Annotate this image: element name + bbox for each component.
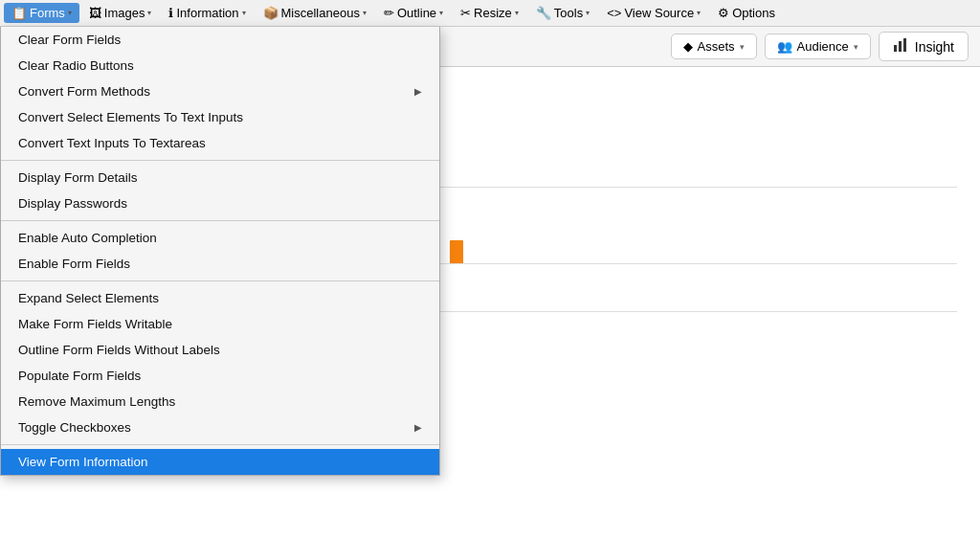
tools-icon: 🔧 (536, 6, 551, 20)
menu-item-options[interactable]: ⚙ Options (710, 3, 783, 23)
submenu-arrow-icon: ▶ (414, 422, 422, 433)
forms-dropdown-menu: Clear Form FieldsClear Radio ButtonsConv… (0, 27, 440, 476)
svg-rect-1 (899, 41, 902, 52)
dropdown-item-populate-form-fields[interactable]: Populate Form Fields (1, 363, 439, 389)
images-icon: 🖼 (89, 6, 101, 20)
orange-bar (450, 240, 463, 263)
dropdown-item-label: Outline Form Fields Without Labels (18, 343, 220, 357)
dropdown-item-convert-form-methods[interactable]: Convert Form Methods▶ (1, 78, 439, 104)
dropdown-item-remove-maximum-lengths[interactable]: Remove Maximum Lengths (1, 389, 439, 414)
svg-rect-0 (894, 45, 897, 52)
dropdown-item-enable-auto-completion[interactable]: Enable Auto Completion (1, 225, 439, 251)
dropdown-item-label: Convert Select Elements To Text Inputs (18, 110, 243, 124)
audience-icon: 👥 (777, 39, 792, 54)
dropdown-item-clear-radio-buttons[interactable]: Clear Radio Buttons (1, 53, 439, 78)
outline-icon: ✏ (384, 6, 394, 20)
misc-dropdown-arrow: ▾ (363, 9, 367, 17)
dropdown-item-label: Convert Form Methods (18, 84, 150, 99)
menu-bar: 📋 Forms ▾ 🖼 Images ▾ ℹ Information ▾ 📦 M… (0, 0, 980, 27)
dropdown-item-convert-text-to-textarea[interactable]: Convert Text Inputs To Textareas (1, 130, 439, 156)
menu-item-images[interactable]: 🖼 Images ▾ (81, 3, 160, 23)
resize-dropdown-arrow: ▾ (515, 9, 519, 17)
dropdown-item-label: Enable Form Fields (18, 257, 130, 271)
menu-item-view-source[interactable]: <> View Source ▾ (599, 3, 708, 23)
info-icon: ℹ (168, 6, 173, 20)
insight-chart-icon (893, 37, 910, 56)
assets-icon: ◆ (683, 39, 693, 54)
menu-item-miscellaneous[interactable]: 📦 Miscellaneous ▾ (256, 3, 374, 23)
dropdown-item-label: Clear Radio Buttons (18, 58, 134, 73)
dropdown-item-label: Toggle Checkboxes (18, 420, 131, 435)
assets-button[interactable]: ◆ Assets ▾ (671, 34, 757, 59)
dropdown-item-label: View Form Information (18, 455, 148, 469)
audience-button[interactable]: 👥 Audience ▾ (765, 34, 871, 59)
menu-item-information[interactable]: ℹ Information ▾ (161, 3, 253, 23)
dropdown-item-view-form-information[interactable]: View Form Information (1, 449, 439, 475)
dropdown-item-enable-form-fields[interactable]: Enable Form Fields (1, 251, 439, 277)
dropdown-item-expand-select-elements[interactable]: Expand Select Elements (1, 285, 439, 311)
dropdown-item-label: Remove Maximum Lengths (18, 394, 175, 409)
forms-dropdown-arrow: ▾ (68, 9, 72, 17)
dropdown-item-toggle-checkboxes[interactable]: Toggle Checkboxes▶ (1, 414, 439, 440)
dropdown-separator (1, 280, 439, 281)
dropdown-item-convert-select-to-text[interactable]: Convert Select Elements To Text Inputs (1, 104, 439, 130)
images-dropdown-arrow: ▾ (147, 9, 151, 17)
forms-icon: 📋 (11, 6, 27, 20)
dropdown-item-label: Enable Auto Completion (18, 231, 157, 245)
outline-dropdown-arrow: ▾ (439, 9, 443, 17)
dropdown-item-clear-form-fields[interactable]: Clear Form Fields (1, 27, 439, 53)
audience-dropdown-arrow: ▾ (854, 42, 858, 52)
dropdown-item-display-passwords[interactable]: Display Passwords (1, 190, 439, 216)
dropdown-item-outline-form-fields[interactable]: Outline Form Fields Without Labels (1, 337, 439, 363)
dropdown-separator (1, 160, 439, 161)
info-dropdown-arrow: ▾ (242, 9, 246, 17)
svg-rect-2 (903, 38, 906, 52)
dropdown-item-label: Display Form Details (18, 170, 138, 185)
view-source-dropdown-arrow: ▾ (697, 9, 701, 17)
dropdown-item-label: Clear Form Fields (18, 33, 121, 47)
options-icon: ⚙ (718, 6, 729, 20)
submenu-arrow-icon: ▶ (414, 86, 422, 97)
assets-dropdown-arrow: ▾ (740, 42, 745, 52)
menu-item-outline[interactable]: ✏ Outline ▾ (376, 3, 451, 23)
menu-item-forms[interactable]: 📋 Forms ▾ (4, 3, 79, 23)
view-source-icon: <> (607, 6, 621, 20)
resize-icon: ✂ (460, 6, 471, 20)
menu-item-tools[interactable]: 🔧 Tools ▾ (528, 3, 597, 23)
menu-item-resize[interactable]: ✂ Resize ▾ (453, 3, 526, 23)
dropdown-item-label: Populate Form Fields (18, 369, 141, 383)
dropdown-item-label: Expand Select Elements (18, 291, 159, 305)
misc-icon: 📦 (263, 6, 278, 20)
dropdown-item-display-form-details[interactable]: Display Form Details (1, 165, 439, 190)
dropdown-item-label: Display Passwords (18, 196, 127, 211)
dropdown-separator (1, 220, 439, 221)
dropdown-item-make-form-fields-writable[interactable]: Make Form Fields Writable (1, 311, 439, 337)
insight-button[interactable]: Insight (879, 32, 969, 61)
dropdown-separator (1, 444, 439, 445)
dropdown-item-label: Convert Text Inputs To Textareas (18, 136, 206, 150)
tools-dropdown-arrow: ▾ (586, 9, 590, 17)
dropdown-item-label: Make Form Fields Writable (18, 317, 172, 331)
